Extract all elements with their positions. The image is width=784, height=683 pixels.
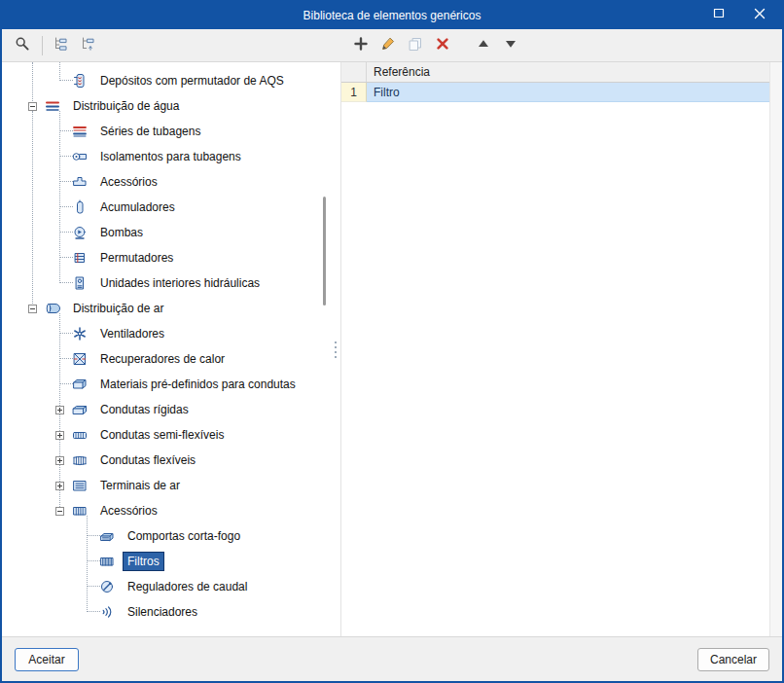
tree-expand-icon: [53, 36, 68, 55]
semiflex-duct-icon: [68, 427, 91, 443]
collapse-branch-button[interactable]: [75, 33, 100, 58]
reference-column-header: Referência: [367, 62, 782, 82]
tree-connector: [51, 169, 68, 195]
panel-splitter[interactable]: [331, 62, 340, 636]
tree-item-condutas-semi-flexiveis[interactable]: Condutas semi-flexíveis: [2, 422, 331, 448]
tree-item-label: Distribuição de água: [68, 96, 184, 116]
arrow-down-icon: [503, 36, 518, 55]
cancel-button[interactable]: Cancelar: [697, 648, 769, 671]
accept-button[interactable]: Aceitar: [15, 648, 79, 671]
tree-connector: [51, 144, 68, 169]
tree-item-isolamentos-para-tubagens[interactable]: Isolamentos para tubagens: [2, 144, 331, 169]
tree-item-acessorios[interactable]: Acessórios: [2, 169, 331, 195]
tree-item-ventiladores[interactable]: Ventiladores: [2, 321, 331, 346]
fire-damper-icon: [95, 528, 119, 544]
tree-connector: [78, 574, 95, 599]
toolbar: [2, 29, 782, 62]
delete-icon: [435, 36, 450, 55]
tree-item-condutas-rigidas[interactable]: Condutas rígidas: [2, 397, 331, 422]
tree-item-materiais-pre-definidos-para-condutas[interactable]: Materiais pré-definidos para condutas: [2, 372, 331, 397]
tree-item-filtros[interactable]: Filtros: [2, 549, 331, 574]
tree-item-reguladores-de-caudal[interactable]: Reguladores de caudal: [2, 574, 331, 599]
tree-item-acumuladores[interactable]: Acumuladores: [2, 195, 331, 220]
close-icon: [752, 6, 767, 25]
row-number-header: [341, 62, 367, 82]
expand-branch-button[interactable]: [48, 33, 73, 58]
deposit-coil-icon: [68, 73, 91, 89]
delete-button[interactable]: [430, 33, 455, 58]
reference-cell[interactable]: Filtro: [367, 83, 782, 102]
add-button[interactable]: [348, 33, 374, 58]
tree-scrollbar-thumb[interactable]: [323, 197, 326, 306]
close-button[interactable]: [739, 2, 780, 29]
table-header-row: Referência: [341, 62, 782, 83]
heat-recovery-icon: [68, 351, 91, 367]
table-scrollbar[interactable]: [769, 62, 782, 636]
tree-expand-box-icon[interactable]: [51, 397, 68, 422]
tree-item-depositos-com-permutador-de-aqs[interactable]: Depósitos com permutador de AQS: [2, 68, 331, 93]
titlebar[interactable]: Biblioteca de elementos genéricos: [2, 2, 782, 29]
tree-connector: [51, 220, 68, 245]
move-down-button[interactable]: [498, 33, 523, 58]
tree-expand-box-icon[interactable]: [51, 422, 68, 448]
air-distribution-icon: [41, 301, 64, 316]
tree-item-label: Terminais de ar: [95, 476, 185, 495]
arrow-up-icon: [476, 36, 491, 55]
tree-item-label: Condutas flexíveis: [95, 450, 200, 470]
tree-item-label: Permutadores: [95, 248, 178, 268]
tree-item-label: Condutas semi-flexíveis: [95, 425, 229, 445]
tree-connector: [78, 523, 95, 549]
edit-button[interactable]: [375, 33, 401, 58]
search-button[interactable]: [10, 33, 35, 58]
toolbar-edit-group: [348, 29, 525, 62]
duplicate-button[interactable]: [403, 33, 428, 58]
tree-connector: [51, 245, 68, 270]
tree-item-label: Reguladores de caudal: [123, 577, 252, 596]
tree-connector: [78, 599, 95, 625]
tree-item-label: Silenciadores: [123, 602, 202, 622]
tree-item-silenciadores[interactable]: Silenciadores: [2, 599, 331, 625]
indoor-unit-icon: [68, 275, 91, 291]
tree-item-bombas[interactable]: Bombas: [2, 220, 331, 245]
tree-collapse-box-icon[interactable]: [23, 93, 41, 119]
tree-item-label: Acumuladores: [95, 198, 180, 217]
tree-item-terminais-de-ar[interactable]: Terminais de ar: [2, 473, 331, 498]
tree-item-label: Distribuição de ar: [68, 299, 168, 318]
tree-item-label: Isolamentos para tubagens: [95, 147, 246, 166]
tree-connector: [51, 270, 68, 296]
tree-item-distribuicao-de-ar[interactable]: Distribuição de ar: [2, 296, 331, 321]
pump-icon: [68, 225, 91, 240]
tree-connector: [51, 195, 68, 220]
water-distribution-icon: [41, 98, 64, 114]
tree-item-comportas-corta-fogo[interactable]: Comportas corta-fogo: [2, 523, 331, 549]
tree-item-unidades-interiores-hidraulicas[interactable]: Unidades interiores hidráulicas: [2, 270, 331, 296]
table-body: 1Filtro: [341, 83, 782, 102]
duplicate-icon: [408, 36, 423, 55]
row-number-cell: 1: [341, 83, 367, 102]
tree-expand-box-icon[interactable]: [51, 473, 68, 498]
silencer-icon: [95, 604, 119, 620]
tree-item-permutadores[interactable]: Permutadores: [2, 245, 331, 270]
move-up-button[interactable]: [471, 33, 496, 58]
pipe-fitting-icon: [68, 174, 91, 190]
tree-collapse-box-icon[interactable]: [23, 296, 41, 321]
tree-item-distribuicao-de-agua[interactable]: Distribuição de água: [2, 93, 331, 119]
tree-item-condutas-flexiveis[interactable]: Condutas flexíveis: [2, 448, 331, 473]
duct-material-icon: [68, 377, 91, 392]
tree-item-label: Ventiladores: [95, 324, 169, 343]
dialog-window: Biblioteca de elementos genéricos Depósi…: [0, 0, 784, 683]
tree-item-label: Bombas: [95, 223, 148, 242]
tree-item-label: Séries de tubagens: [95, 122, 205, 141]
tree-connector: [51, 321, 68, 346]
table-row[interactable]: 1Filtro: [341, 83, 782, 102]
tree-collapse-box-icon[interactable]: [51, 498, 68, 523]
tree-item-series-de-tubagens[interactable]: Séries de tubagens: [2, 119, 331, 144]
tree-expand-box-icon[interactable]: [51, 448, 68, 473]
air-accessory-icon: [68, 503, 91, 519]
tree-item-acessorios[interactable]: Acessórios: [2, 498, 331, 523]
tree-connector: [51, 346, 68, 372]
rigid-duct-icon: [68, 402, 91, 417]
maximize-button[interactable]: [698, 2, 739, 29]
air-terminal-icon: [68, 478, 91, 493]
tree-item-recuperadores-de-calor[interactable]: Recuperadores de calor: [2, 346, 331, 372]
